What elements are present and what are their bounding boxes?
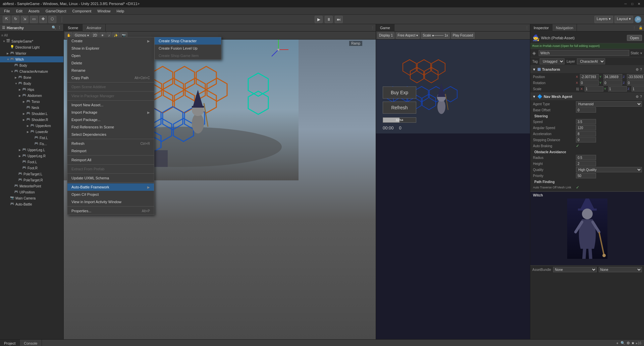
- menu-assets[interactable]: Assets: [26, 8, 42, 14]
- hierarchy-search-icon[interactable]: 🔍: [52, 25, 56, 30]
- hierarchy-item-meteoritepoint[interactable]: 🎮MeteoritePoint: [0, 183, 63, 189]
- tab-console[interactable]: Console: [20, 340, 42, 346]
- hierarchy-item-lowerar[interactable]: ▶🎮LowerAr: [0, 129, 63, 135]
- custom-tool[interactable]: ⬡: [48, 16, 56, 23]
- hierarchy-item-fis...[interactable]: 🎮Fis...: [0, 141, 63, 147]
- transform-rotate-tool[interactable]: ↻: [12, 16, 19, 23]
- hierarchy-item-upperarm[interactable]: ▶🎮UpperArm: [0, 123, 63, 129]
- pos-x-input[interactable]: [580, 74, 599, 79]
- game-scale-control[interactable]: Scale ●──── 1x: [421, 32, 450, 39]
- rot-y-input[interactable]: [603, 80, 622, 85]
- autotraverse-checkbox[interactable]: ✓: [576, 185, 579, 190]
- context-item-find-references-in-scene[interactable]: Find References In Scene: [67, 123, 154, 131]
- tab-project[interactable]: Project: [0, 340, 20, 346]
- transform-scale-tool[interactable]: ⇲: [21, 16, 29, 23]
- pos-z-input[interactable]: [627, 74, 644, 79]
- project-search-icon[interactable]: 🔍: [621, 341, 625, 345]
- tab-game[interactable]: Game: [376, 24, 394, 32]
- context-item-export-package[interactable]: Export Package...: [67, 116, 154, 123]
- context-item-import-package[interactable]: Import Package▶: [67, 109, 154, 116]
- acceleration-input[interactable]: [576, 131, 596, 136]
- baseoffset-input[interactable]: [576, 107, 596, 113]
- project-star-icon[interactable]: ★: [631, 341, 635, 345]
- step-button[interactable]: ⏭: [335, 16, 343, 23]
- hierarchy-item-warrior[interactable]: ▶🎮Warrior: [0, 50, 63, 56]
- agenttype-dropdown[interactable]: Humanoid: [576, 101, 642, 107]
- buy-exp-button[interactable]: Buy Exp: [383, 86, 416, 99]
- hierarchy-item-foot.r[interactable]: 🎮Foot.R: [0, 165, 63, 171]
- minimize-button[interactable]: ─: [623, 1, 628, 6]
- context-item-refresh[interactable]: RefreshCtrl+R: [67, 140, 154, 147]
- hierarchy-item-body[interactable]: 🎮Body: [0, 62, 63, 68]
- layout-dropdown[interactable]: Layout ▾: [614, 16, 633, 23]
- context-item-copy-path[interactable]: Copy PathAlt+Ctrl+C: [67, 74, 154, 81]
- hierarchy-item-characterarmature[interactable]: ▼🎮CharacterArmature: [0, 68, 63, 74]
- inspector-panel-menu[interactable]: ⋮: [631, 26, 637, 30]
- menu-component[interactable]: Component: [69, 8, 94, 14]
- transform-rect-tool[interactable]: ▭: [30, 16, 38, 23]
- hierarchy-item-fist.l[interactable]: 🎮Fist.L: [0, 135, 63, 141]
- context-item-auto-battle-framework[interactable]: Auto-Battle Framework▶: [67, 183, 154, 191]
- hierarchy-item-torso[interactable]: ▶🎮Torso: [0, 99, 63, 105]
- speed-input[interactable]: [576, 119, 596, 124]
- hierarchy-item-neck[interactable]: 🎮Neck: [0, 105, 63, 111]
- hierarchy-item-body[interactable]: ▼🎮Body: [0, 80, 63, 86]
- context-item-reimport[interactable]: Reimport: [67, 147, 154, 155]
- rot-x-input[interactable]: [580, 80, 599, 85]
- submenu-item-create-fusion-level-up[interactable]: Create Fusion Level Up: [155, 45, 221, 52]
- hierarchy-item-auto-battle[interactable]: 🎮Auto-Battle: [0, 201, 63, 207]
- hierarchy-item-upperleg.r[interactable]: ▶🎮UpperLeg.R: [0, 153, 63, 159]
- menu-gameobject[interactable]: GameObject: [43, 8, 69, 14]
- scale-z-input[interactable]: [632, 86, 644, 92]
- hierarchy-item-hips[interactable]: ▶🎮Hips: [0, 86, 63, 93]
- context-item-rename[interactable]: Rename: [67, 67, 154, 74]
- menu-edit[interactable]: Edit: [13, 8, 25, 14]
- scale-x-input[interactable]: [585, 86, 603, 92]
- layer-dropdown[interactable]: CharacterAI: [577, 58, 605, 64]
- close-button[interactable]: ✕: [637, 1, 641, 6]
- game-display-dropdown[interactable]: Display 1: [377, 32, 394, 39]
- quality-dropdown[interactable]: High Quality: [576, 167, 642, 172]
- submenu-item-create-shop-character[interactable]: Create Shop Character: [155, 37, 221, 45]
- scale-y-input[interactable]: [608, 86, 627, 92]
- hierarchy-item-upperleg.l[interactable]: ▶🎮UpperLeg.L: [0, 147, 63, 153]
- inspector-lock[interactable]: 🔓: [637, 26, 644, 30]
- hierarchy-item-witch[interactable]: ▼🎮Witch: [0, 56, 63, 62]
- scene-panel-menu[interactable]: ⋮: [370, 26, 376, 30]
- hierarchy-item-shoulder.l[interactable]: ▶🎮Shoulder.L: [0, 111, 63, 117]
- game-play-focused[interactable]: Play Focused: [451, 32, 475, 39]
- transform-move-tool[interactable]: ⇱: [3, 16, 10, 23]
- play-button[interactable]: ▶: [315, 16, 323, 23]
- navmesh-settings-icon[interactable]: ⚙: [636, 95, 639, 99]
- context-item-delete[interactable]: Delete: [67, 59, 154, 67]
- refresh-button[interactable]: Refresh: [383, 102, 416, 114]
- hierarchy-all-item[interactable]: ≡ All: [0, 32, 63, 38]
- hierarchy-item-poletarget.r[interactable]: 🎮PoleTarget.R: [0, 177, 63, 183]
- component-transform-header[interactable]: ▼ ⊞ Transform ⚙ ?: [530, 66, 644, 73]
- menu-help[interactable]: Help: [114, 8, 127, 14]
- context-item-show-in-explorer[interactable]: Show in Explorer: [67, 45, 154, 52]
- hierarchy-item-foot.l[interactable]: 🎮Foot.L: [0, 159, 63, 165]
- context-item-select-dependencies[interactable]: Select Dependencies: [67, 131, 154, 138]
- context-item-update-uxml-schema[interactable]: Update UXML Schema: [67, 174, 154, 182]
- hierarchy-item-directional-light[interactable]: 💡Directional Light: [0, 44, 63, 50]
- transform-all-tool[interactable]: ✤: [39, 16, 47, 23]
- assetbundle-dropdown[interactable]: None: [553, 267, 596, 272]
- radius-input[interactable]: [576, 155, 596, 160]
- angularspeed-input[interactable]: [576, 125, 596, 130]
- menu-file[interactable]: File: [1, 8, 13, 14]
- context-item-reimport-all[interactable]: Reimport All: [67, 156, 154, 164]
- layers-dropdown[interactable]: Layers ▾: [594, 16, 613, 23]
- account-avatar[interactable]: JR: [635, 16, 641, 23]
- height-input[interactable]: [576, 161, 596, 166]
- inspector-open-button[interactable]: Open: [627, 35, 642, 41]
- assetbundle-variant-dropdown[interactable]: None: [599, 267, 642, 272]
- context-item-create[interactable]: Create▶: [67, 37, 154, 45]
- tab-animator[interactable]: Animator: [83, 24, 106, 32]
- tab-scene[interactable]: Scene: [64, 24, 83, 32]
- tab-navigation[interactable]: Navigation: [552, 24, 577, 32]
- priority-input[interactable]: [576, 173, 596, 178]
- title-bar-controls[interactable]: ─ □ ✕: [623, 1, 641, 6]
- navmesh-help-icon[interactable]: ?: [640, 95, 642, 99]
- tab-inspector[interactable]: Inspector: [530, 24, 552, 32]
